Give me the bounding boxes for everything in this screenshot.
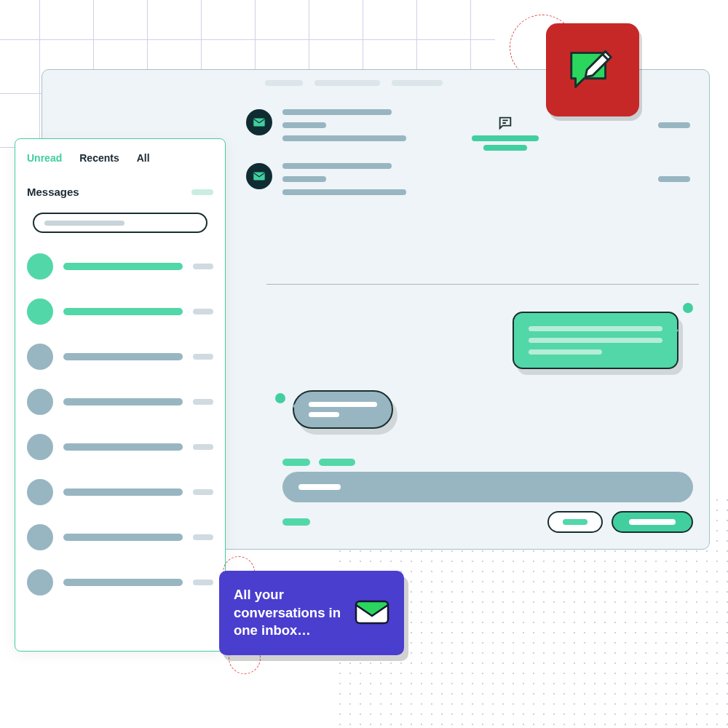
conversation-title — [63, 263, 183, 270]
conversation-time — [193, 489, 213, 495]
conversation-time — [193, 444, 213, 450]
outgoing-message-bubble — [513, 303, 693, 369]
tab-unread[interactable]: Unread — [27, 152, 62, 164]
avatar — [27, 524, 53, 550]
conversation-time — [193, 579, 213, 585]
email-preview — [282, 163, 406, 202]
inbox-sidebar: Unread Recents All Messages — [15, 138, 226, 652]
conversation-item[interactable] — [27, 434, 213, 460]
divider — [266, 284, 699, 285]
conversation-title — [63, 353, 183, 360]
conversation-title — [63, 308, 183, 315]
conversation-item[interactable] — [27, 569, 213, 596]
avatar — [27, 298, 53, 325]
conversation-item[interactable] — [27, 253, 213, 280]
avatar — [27, 434, 53, 460]
conversation-title — [63, 398, 183, 405]
conversation-time — [193, 354, 213, 360]
envelope-icon — [246, 109, 272, 135]
avatar — [27, 479, 53, 505]
compose-message-badge[interactable] — [546, 23, 639, 116]
filter-tabs: Unread Recents All — [27, 152, 213, 164]
conversation-time — [193, 309, 213, 314]
status-dot — [275, 393, 285, 403]
status-dot — [683, 303, 693, 313]
avatar — [27, 569, 53, 596]
conversation-title — [63, 534, 183, 541]
conversation-time — [193, 399, 213, 405]
compose-chat-icon — [564, 41, 621, 98]
conversation-time — [193, 534, 213, 540]
email-timestamp — [658, 176, 690, 182]
compose-format-options — [282, 459, 693, 466]
section-action[interactable] — [191, 189, 213, 195]
promo-text: All your conversations in one inbox… — [234, 586, 343, 641]
chat-icon — [472, 115, 539, 131]
secondary-button[interactable] — [547, 511, 603, 533]
incoming-message-bubble — [275, 390, 393, 429]
conversation-item[interactable] — [27, 524, 213, 550]
avatar — [27, 344, 53, 370]
search-input[interactable] — [33, 213, 207, 233]
conversation-item[interactable] — [27, 389, 213, 415]
conversation-title — [63, 579, 183, 586]
tab-recents[interactable]: Recents — [79, 152, 119, 164]
svg-rect-0 — [253, 118, 266, 127]
header-center-info — [472, 115, 539, 154]
email-preview — [282, 109, 406, 149]
conversation-item[interactable] — [27, 298, 213, 325]
attach-button[interactable] — [282, 518, 310, 526]
window-header — [265, 80, 443, 86]
conversation-title — [63, 443, 183, 451]
email-timestamp — [658, 122, 690, 128]
send-button[interactable] — [612, 511, 693, 533]
promo-card[interactable]: All your conversations in one inbox… — [219, 571, 404, 655]
message-input[interactable] — [282, 472, 693, 502]
conversation-item[interactable] — [27, 344, 213, 370]
compose-area — [282, 459, 693, 533]
section-title: Messages — [27, 186, 79, 198]
conversation-item[interactable] — [27, 479, 213, 505]
svg-rect-1 — [253, 172, 266, 181]
envelope-icon — [355, 597, 389, 629]
avatar — [27, 253, 53, 280]
email-item[interactable] — [246, 163, 690, 202]
tab-all[interactable]: All — [137, 152, 150, 164]
avatar — [27, 389, 53, 415]
conversation-title — [63, 488, 183, 496]
conversation-time — [193, 264, 213, 269]
envelope-icon — [246, 163, 272, 189]
